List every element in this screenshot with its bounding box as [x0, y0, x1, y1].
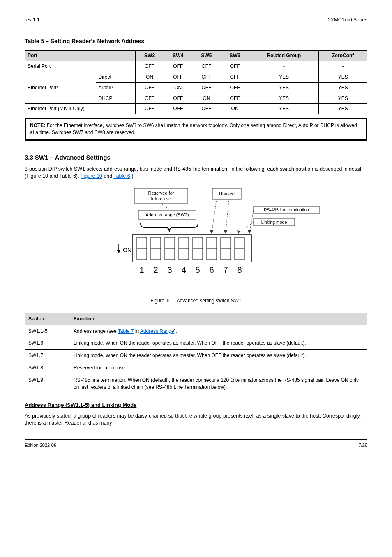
cell: YES	[319, 104, 367, 114]
table-row: SW1.7 Linking mode. When ON the reader o…	[25, 350, 367, 362]
th-group: Related Group	[249, 51, 319, 61]
cell: YES	[249, 72, 319, 82]
svg-text:7: 7	[223, 265, 228, 274]
svg-line-16	[249, 210, 254, 234]
table-row: SW1.1-5 Address range (see Table 7 in Ad…	[25, 325, 367, 337]
cell: OFF	[164, 104, 192, 114]
table-sw1-functions: Switch Function SW1.1-5 Address range (s…	[25, 313, 367, 394]
diagram-wrapper: Reserved for future use Unused Address r…	[25, 186, 367, 287]
svg-text:RS-485 line termination: RS-485 line termination	[264, 207, 309, 212]
svg-text:8: 8	[237, 265, 242, 274]
cell: Ethernet Port (MK-II Only)	[25, 104, 136, 114]
svg-text:ON: ON	[123, 247, 131, 253]
cell: OFF	[164, 72, 192, 82]
page-footer: Edition 2022-06 7/26	[25, 439, 367, 448]
svg-text:future use: future use	[151, 196, 171, 201]
svg-rect-20	[132, 235, 251, 262]
svg-text:4: 4	[181, 265, 186, 274]
cell: OFF	[221, 82, 249, 93]
cell: SW1.8	[25, 362, 70, 374]
svg-marker-39	[117, 250, 120, 253]
table-row: Serial Port OFF OFF OFF OFF - -	[25, 61, 367, 72]
sw1-diagram: Reserved for future use Unused Address r…	[110, 186, 340, 285]
cell: ON	[221, 104, 249, 114]
svg-text:3: 3	[167, 265, 172, 274]
table-row: Ethernet Port¹ Direct ON OFF OFF OFF YES…	[25, 72, 367, 82]
th-sw5: SW5	[192, 51, 221, 61]
cell: OFF	[164, 61, 192, 72]
table-port-settings: Port SW3 SW4 SW5 SW6 Related Group ZeroC…	[25, 50, 367, 114]
svg-text:Reserved for: Reserved for	[148, 190, 174, 195]
cell: AutoIP	[96, 82, 135, 93]
cell: ON	[164, 82, 192, 93]
cell: Linking mode. When ON the reader operate…	[70, 350, 367, 362]
cell: Serial Port	[25, 61, 136, 72]
cell: OFF	[221, 93, 249, 104]
header-rev: rev 1.1	[25, 16, 40, 23]
table-row: Ethernet Port (MK-II Only) OFF OFF OFF O…	[25, 104, 367, 114]
cell: YES	[319, 82, 367, 93]
cell: Reserved for future use.	[70, 362, 367, 374]
cell: YES	[249, 93, 319, 104]
cell: SW1.6	[25, 337, 70, 350]
figure-10-link[interactable]: Figure 10	[81, 173, 102, 179]
cell: DHCP	[96, 93, 135, 104]
cell: SW1.7	[25, 350, 70, 362]
th-port: Port	[25, 51, 136, 61]
cell: -	[249, 61, 319, 72]
cell: OFF	[164, 93, 192, 104]
cell: OFF	[192, 72, 221, 82]
cell: SW1.9	[25, 374, 70, 393]
note-box: NOTE: For the Ethernet interface, switch…	[25, 118, 367, 141]
cell: OFF	[221, 61, 249, 72]
svg-line-14	[226, 200, 229, 234]
table-7-link[interactable]: Table 7	[118, 328, 134, 334]
note-label: NOTE:	[30, 123, 45, 128]
svg-marker-17	[248, 230, 251, 234]
table-row: SW1.9 RS-485 line termination. When ON (…	[25, 374, 367, 393]
subsection-address-range: Address Range (SW1.1-5) and Linking Mode	[25, 402, 367, 409]
cell: -	[319, 61, 367, 72]
cell: Ethernet Port¹	[25, 72, 96, 103]
cell: RS-485 line termination. When ON (defaul…	[70, 374, 367, 393]
svg-text:5: 5	[195, 265, 200, 274]
cell: OFF	[192, 104, 221, 114]
svg-text:Linking mode: Linking mode	[261, 220, 287, 225]
figure-10-caption: Figure 10 – Advanced setting switch SW1	[25, 297, 367, 304]
table-row: SW1.8 Reserved for future use.	[25, 362, 367, 374]
svg-marker-15	[224, 230, 227, 234]
page-header: rev 1.1 2XMC1xx0 Series	[25, 16, 367, 27]
cell: YES	[249, 82, 319, 93]
cell: YES	[249, 104, 319, 114]
cell: OFF	[135, 93, 164, 104]
cell: ON	[192, 93, 221, 104]
cell: YES	[319, 93, 367, 104]
table-6-link[interactable]: Table 6	[113, 173, 130, 179]
address-range-link[interactable]: Address Range	[140, 328, 174, 334]
cell: OFF	[192, 61, 221, 72]
table-row: SW1.6 Linking mode. When ON the reader o…	[25, 337, 367, 350]
subsection-para: As previously stated, a group of readers…	[25, 413, 367, 427]
cell: OFF	[221, 72, 249, 82]
svg-line-18	[238, 222, 254, 234]
svg-text:6: 6	[209, 265, 214, 274]
cell: Linking mode. When ON the reader operate…	[70, 337, 367, 350]
section-3-3-title: 3.3 SW1 – Advanced Settings	[25, 153, 367, 162]
th-switch: Switch	[25, 313, 70, 325]
cell: SW1.1-5	[25, 325, 70, 337]
svg-text:Address range (SW2): Address range (SW2)	[145, 212, 189, 217]
th-function: Function	[70, 313, 367, 325]
cell: OFF	[135, 82, 164, 93]
svg-text:1: 1	[139, 265, 144, 274]
svg-line-11	[161, 204, 169, 209]
svg-marker-13	[210, 230, 213, 234]
cell: OFF	[192, 82, 221, 93]
cell: YES	[319, 72, 367, 82]
svg-text:2: 2	[153, 265, 158, 274]
th-sw6: SW6	[221, 51, 249, 61]
header-series: 2XMC1xx0 Series	[328, 16, 367, 23]
footer-page: 7/26	[359, 442, 367, 448]
cell: Direct	[96, 72, 135, 82]
cell: OFF	[135, 104, 164, 114]
section-3-3-para: 8-position DIP switch SW1 selects addres…	[25, 166, 367, 180]
